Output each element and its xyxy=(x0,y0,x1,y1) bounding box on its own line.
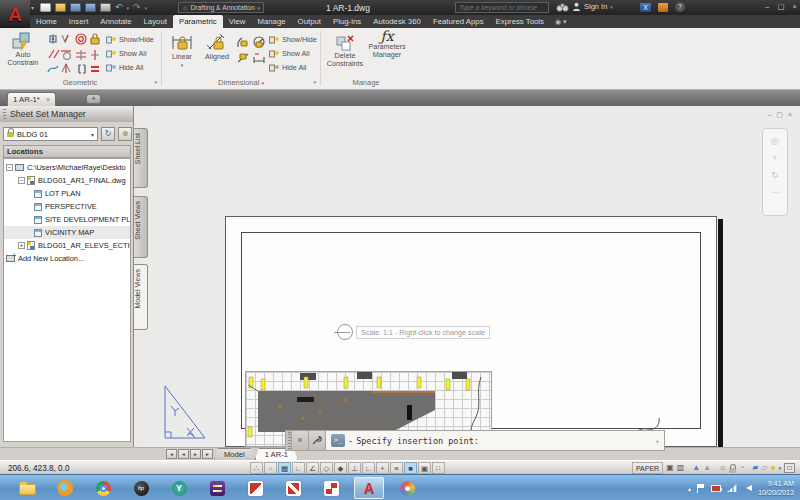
tab-annotate[interactable]: Annotate xyxy=(94,15,137,28)
tab-express-tools[interactable]: Express Tools xyxy=(490,15,550,28)
panel-launcher-icon[interactable]: ▾ xyxy=(313,77,316,88)
drawing-area[interactable]: – ▢ × ◎ + ↻ ⋯ Scale: 1:1 - Right-click t… xyxy=(149,106,800,447)
application-menu-arrow-icon[interactable]: ▾ xyxy=(31,4,34,11)
redo-dropdown-icon[interactable]: ▾ xyxy=(145,5,148,11)
last-layout-button[interactable]: ▸ xyxy=(202,449,213,459)
tab-sheet-views[interactable]: Sheet Views xyxy=(134,196,148,258)
network-signal-icon[interactable] xyxy=(727,484,737,492)
dim-hide-all-button[interactable]: Hide All xyxy=(269,60,317,74)
exchange-apps-icon[interactable]: X xyxy=(640,3,651,12)
lightbulb-icon[interactable]: ● xyxy=(771,462,776,474)
command-line[interactable]: × >_ - Specify insertion point: ▴ xyxy=(285,430,665,451)
dim-show-all-button[interactable]: Show All xyxy=(269,46,317,60)
add-new-location-button[interactable]: ⊕ xyxy=(118,127,132,141)
volume-icon[interactable] xyxy=(743,485,752,491)
dimensional-constraints-grid[interactable] xyxy=(235,34,267,64)
collapse-icon[interactable]: − xyxy=(6,164,13,171)
linear-dimension-button[interactable]: Linear ▾ xyxy=(166,33,198,69)
3d-object-snap-toggle[interactable]: ◆ xyxy=(334,462,347,474)
taskbar-red-app-1-button[interactable] xyxy=(240,477,270,499)
new-drawing-tab-button[interactable]: + xyxy=(86,94,101,104)
taskbar-firefox-button[interactable] xyxy=(50,477,80,499)
taskbar-autocad-button[interactable]: A xyxy=(354,477,384,499)
taskbar-red-app-2-button[interactable] xyxy=(278,477,308,499)
taskbar-hp-button[interactable]: hp xyxy=(126,477,156,499)
refresh-sheet-status-button[interactable]: ↻ xyxy=(101,127,115,141)
ortho-mode-toggle[interactable]: ∟ xyxy=(292,462,305,474)
object-snap-tracking-toggle[interactable]: ⊥ xyxy=(348,462,361,474)
tab-insert[interactable]: Insert xyxy=(63,15,95,28)
open-file-icon[interactable] xyxy=(55,3,66,12)
navigation-bar[interactable]: ◎ + ↻ ⋯ xyxy=(762,128,788,216)
tree-item-dwg[interactable]: − BLDG01_AR1_FINAL.dwg xyxy=(4,174,130,187)
paper-model-toggle[interactable]: PAPER xyxy=(632,462,663,474)
quick-properties-toggle[interactable]: ▣ xyxy=(418,462,431,474)
workspace-gear-icon[interactable]: ☼ xyxy=(719,462,726,474)
dynamic-input-toggle[interactable]: + xyxy=(376,462,389,474)
tree-item-view[interactable]: SITE DEVELOPMENT PL xyxy=(4,213,130,226)
command-line-grip[interactable] xyxy=(285,430,292,451)
selection-cycling-toggle[interactable]: ∷ xyxy=(432,462,445,474)
infer-constraints-toggle[interactable]: ∴ xyxy=(250,462,263,474)
file-tab-1ar1[interactable]: 1 AR-1* × xyxy=(7,92,56,106)
command-line-customize-button[interactable] xyxy=(309,430,326,451)
file-tab-close-icon[interactable]: × xyxy=(46,93,50,106)
geo-show-all-button[interactable]: Show All xyxy=(106,46,154,60)
tab-featured-apps[interactable]: Featured Apps xyxy=(427,15,490,28)
tab-view[interactable]: View xyxy=(223,15,252,28)
taskbar-chrome-button[interactable] xyxy=(88,477,118,499)
search-input[interactable] xyxy=(459,4,545,11)
first-layout-button[interactable]: ◂ xyxy=(166,449,177,459)
taskbar-y-app-button[interactable]: Y xyxy=(164,477,194,499)
tree-item-view[interactable]: LOT PLAN xyxy=(4,187,130,200)
tab-layout[interactable]: Layout xyxy=(138,15,173,28)
command-input[interactable]: >_ - Specify insertion point: ▴ xyxy=(326,430,665,451)
tree-item-dwg[interactable]: + BLDG01_AR_ELEVS_ECTION xyxy=(4,239,130,252)
ribbon-display-toggle[interactable]: ◉ ▾ xyxy=(550,15,572,28)
annotation-visibility-icon[interactable]: ▲ xyxy=(703,462,711,474)
drawing-close-icon[interactable]: × xyxy=(788,111,792,119)
minimize-button[interactable]: – xyxy=(765,2,769,12)
binoculars-search-icon[interactable] xyxy=(556,3,569,12)
status-menu-icon[interactable]: ▾ xyxy=(778,462,781,474)
taskbar-red-app-3-button[interactable] xyxy=(316,477,346,499)
lineweight-toggle[interactable]: ≡ xyxy=(390,462,403,474)
help-icon[interactable]: ? xyxy=(675,2,685,12)
tree-item-view[interactable]: PERSPECTIVE xyxy=(4,200,130,213)
isolate-objects-icon[interactable]: ▰ xyxy=(752,462,758,474)
tree-item-view-selected[interactable]: VICINITY MAP xyxy=(4,226,130,239)
dimensional-panel-title[interactable]: Dimensional ▾ ▾ xyxy=(163,77,319,88)
transparency-toggle[interactable]: ■ xyxy=(404,462,417,474)
taskbar-clock[interactable]: 9:41 AM 10/20/2013 xyxy=(758,479,796,497)
redo-icon[interactable]: ↷ xyxy=(133,3,141,12)
geo-show-hide-button[interactable]: Show/Hide xyxy=(106,32,154,46)
tab-plug-ins[interactable]: Plug-ins xyxy=(327,15,367,28)
parameters-manager-button[interactable]: ƒx Parameters Manager xyxy=(366,32,408,59)
geometric-constraints-grid[interactable] xyxy=(46,32,104,76)
linear-dropdown-icon[interactable]: ▾ xyxy=(181,62,184,68)
quick-view-layouts-icon[interactable]: ▣ xyxy=(666,462,674,474)
manage-panel-title[interactable]: Manage xyxy=(322,77,410,88)
help-search-box[interactable] xyxy=(455,2,549,13)
application-menu-button[interactable]: A xyxy=(0,0,30,28)
dim-show-hide-button[interactable]: Show/Hide xyxy=(269,32,317,46)
delete-constraints-button[interactable]: Delete Constraints xyxy=(324,34,366,68)
taskbar-paint-app-button[interactable] xyxy=(392,477,422,499)
hide-objects-icon[interactable]: ▱ xyxy=(761,462,767,474)
close-button[interactable]: × xyxy=(793,2,797,12)
tab-model-views[interactable]: Model Views xyxy=(134,264,148,330)
tab-autodesk-360[interactable]: Autodesk 360 xyxy=(367,15,427,28)
palette-title[interactable]: Sheet Set Manager xyxy=(0,106,133,122)
restore-button[interactable]: ▢ xyxy=(778,2,785,12)
grid-display-toggle[interactable]: ▦ xyxy=(278,462,291,474)
plot-icon[interactable] xyxy=(100,3,111,12)
tree-item-folder[interactable]: − C:\Users\MichaelRaye\Deskto xyxy=(4,161,130,174)
tab-manage[interactable]: Manage xyxy=(251,15,291,28)
polar-tracking-toggle[interactable]: ∠ xyxy=(306,462,319,474)
snap-mode-toggle[interactable]: ▫ xyxy=(264,462,277,474)
next-layout-button[interactable]: ▸ xyxy=(190,449,201,459)
quick-view-drawings-icon[interactable]: ▥ xyxy=(677,462,685,474)
orbit-icon[interactable]: ↻ xyxy=(771,170,779,180)
steering-wheel-icon[interactable]: ◔ xyxy=(739,462,744,474)
action-center-flag-icon[interactable] xyxy=(697,484,705,493)
